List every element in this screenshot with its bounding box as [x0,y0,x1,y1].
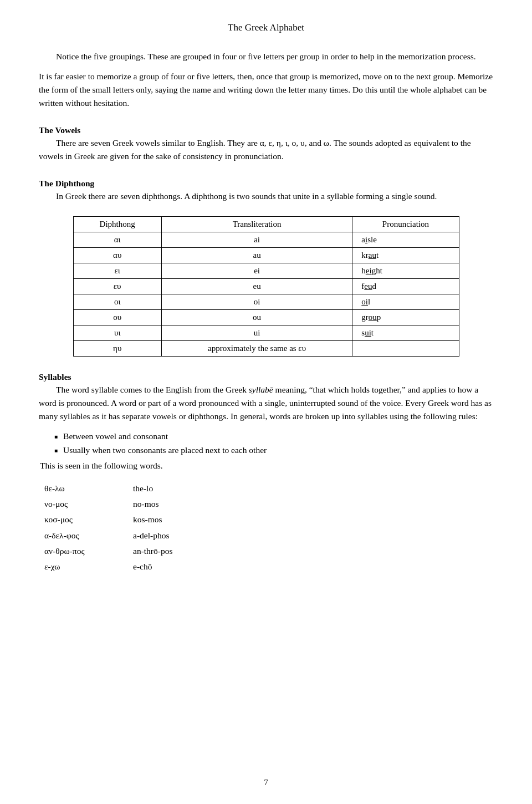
vowels-heading: The Vowels [39,125,493,135]
pronunciation-cell: group [352,310,459,325]
transliteration-cell: oi [161,294,352,310]
table-row: αυaukraut [73,248,459,263]
bullet-text: Usually when two consonants are placed n… [63,444,267,456]
word-greek: νο-μος [44,497,133,511]
transliteration-cell: ei [161,263,352,279]
table-row: ευeufeud [73,279,459,294]
intro-paragraph-2: It is far easier to memorize a group of … [39,70,493,110]
syllables-italic: syllabē [249,385,273,394]
diphthong-cell: αι [73,232,161,248]
diphthong-cell: αυ [73,248,161,263]
bullet-list: ■Between vowel and consonant■Usually whe… [54,430,493,457]
intro-paragraph-1: Notice the five groupings. These are gro… [39,50,493,63]
syllables-section: Syllables The word syllable comes to the… [39,372,493,574]
col-header-diphthong: Diphthong [73,217,161,232]
diphthong-cell: οι [73,294,161,310]
pronunciation-cell: feud [352,279,459,294]
diphthong-cell: υι [73,325,161,341]
col-header-pronunciation: Pronunciation [352,217,459,232]
pronunciation-cell: suit [352,325,459,341]
col-header-transliteration: Transliteration [161,217,352,232]
word-english: no-mos [133,497,244,511]
table-header-row: Diphthong Transliteration Pronunciation [73,217,459,232]
table-row: ηυapproximately the same as ευ [73,341,459,357]
word-english: the-lo [133,481,244,496]
pronunciation-cell [352,341,459,357]
page-number: 7 [264,778,268,787]
transliteration-cell: ui [161,325,352,341]
diphthong-heading: The Diphthong [39,179,493,189]
word-greek: αν-θρω-πος [44,544,133,558]
table-row: αιaiaisle [73,232,459,248]
word-english: e-chō [133,559,244,574]
word-greek: α-δελ-φος [44,528,133,543]
word-greek: κοσ-μος [44,512,133,527]
vowels-section: The Vowels There are seven Greek vowels … [39,125,493,163]
transliteration-cell: au [161,248,352,263]
table-row: οιoioil [73,294,459,310]
word-english: a-del-phos [133,528,244,543]
word-english: an-thrō-pos [133,544,244,558]
diphthong-section: The Diphthong In Greek there are seven d… [39,179,493,203]
vowels-text: There are seven Greek vowels similar to … [39,136,493,163]
diphthong-cell: ου [73,310,161,325]
word-greek: ε-χω [44,559,133,574]
pronunciation-cell: aisle [352,232,459,248]
diphthong-table: Diphthong Transliteration Pronunciation … [73,216,459,357]
pronunciation-cell: kraut [352,248,459,263]
diphthong-text: In Greek there are seven diphthongs. A d… [39,190,493,203]
table-row: υιuisuit [73,325,459,341]
bullet-item: ■Usually when two consonants are placed … [54,444,493,456]
syllables-text: The word syllable comes to the English f… [39,383,493,423]
transliteration-cell: ai [161,232,352,248]
transliteration-cell: eu [161,279,352,294]
bullet-item: ■Between vowel and consonant [54,430,493,442]
transliteration-cell: approximately the same as ευ [161,341,352,357]
pronunciation-cell: oil [352,294,459,310]
pronunciation-cell: height [352,263,459,279]
syllables-text-pre: The word syllable comes to the English f… [56,385,249,394]
page: The Greek Alphabet Notice the five group… [0,0,532,804]
word-greek: θε-λω [44,481,133,496]
diphthong-cell: ευ [73,279,161,294]
word-english: kos-mos [133,512,244,527]
syllables-heading: Syllables [39,372,493,382]
table-row: ουougroup [73,310,459,325]
diphthong-cell: ει [73,263,161,279]
bullet-text: Between vowel and consonant [63,430,168,442]
bullet-symbol: ■ [54,446,58,455]
word-list: θε-λωthe-loνο-μοςno-mosκοσ-μοςkos-mosα-δ… [44,481,493,574]
transliteration-cell: ou [161,310,352,325]
bullet-symbol: ■ [54,432,58,441]
table-row: ειeiheight [73,263,459,279]
diphthong-table-container: Diphthong Transliteration Pronunciation … [73,216,459,357]
page-title: The Greek Alphabet [39,22,493,33]
following-text: This is seen in the following words. [40,459,493,472]
diphthong-cell: ηυ [73,341,161,357]
